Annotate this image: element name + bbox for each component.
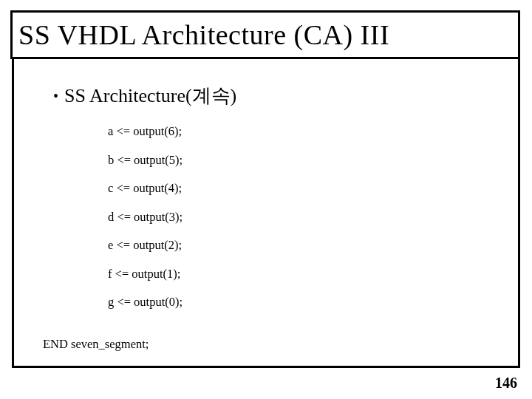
code-line: g <= output(0); [108,296,183,309]
code-line: e <= output(2); [108,239,183,252]
code-line: a <= output(6); [108,126,183,138]
bullet-item: • SS Architecture(계속) [53,83,236,109]
slide-title: SS VHDL Architecture (CA) III [18,18,389,51]
code-block: a <= output(6); b <= output(5); c <= out… [108,126,183,325]
bullet-dot: • [53,89,58,103]
code-line: d <= output(3); [108,211,183,224]
code-line: c <= output(4); [108,183,183,195]
code-end-line: END seven_segment; [43,337,149,352]
bullet-text: SS Architecture(계속) [64,83,236,109]
code-line: f <= output(1); [108,268,183,281]
slide-frame [12,10,520,368]
slide: SS VHDL Architecture (CA) III • SS Archi… [0,0,532,399]
code-line: b <= output(5); [108,154,183,167]
page-number: 146 [495,375,517,392]
title-box: SS VHDL Architecture (CA) III [10,10,520,59]
